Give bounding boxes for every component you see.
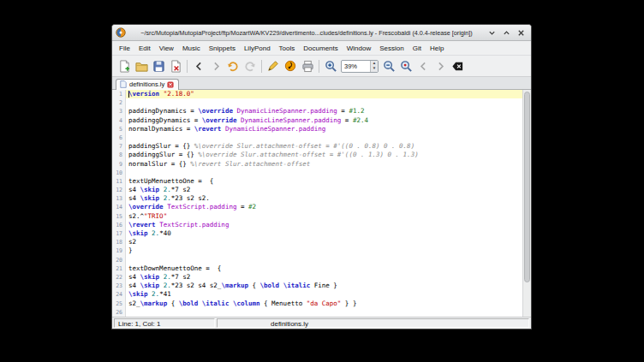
forward-button[interactable] (207, 57, 224, 74)
menu-music[interactable]: Music (178, 43, 205, 54)
code-line[interactable]: 25s2_\markup { \bold \italic \column { M… (112, 300, 522, 308)
code-line[interactable]: 22s4 \skip 2.*7 s2 (112, 273, 522, 282)
code-text: textDownMenuettoOne = { (126, 264, 522, 273)
code-line[interactable]: 26 (112, 308, 522, 317)
tab-close-icon[interactable] (167, 81, 174, 88)
code-line[interactable]: 5normalDynamics = \revert DynamicLineSpa… (112, 125, 522, 134)
close-document-icon (170, 60, 182, 73)
frescobaldi-app-icon (116, 27, 126, 38)
line-number: 10 (112, 169, 126, 177)
code-line[interactable]: 17\skip 2.*40 (112, 229, 522, 238)
code-line[interactable]: 16\revert TextScript.padding (112, 221, 522, 229)
tab-bar: definitions.ly (112, 77, 531, 90)
next-page-button[interactable] (432, 57, 449, 74)
line-number: 1 (112, 90, 126, 98)
code-line[interactable]: 3paddingDynamics = \override DynamicLine… (112, 107, 522, 116)
pencil-icon (267, 60, 279, 72)
undo-button[interactable] (224, 57, 242, 74)
line-number: 8 (112, 151, 126, 159)
menu-help[interactable]: Help (426, 43, 448, 54)
code-line[interactable]: 12s4 \skip 2.*7 s2 (112, 186, 522, 194)
code-text: s2 (126, 238, 522, 246)
code-text (126, 308, 522, 317)
menu-snippets[interactable]: Snippets (205, 43, 240, 54)
code-text: paddinggSlur = {} %\override Slur.attach… (126, 151, 522, 159)
toolbar-separator (187, 60, 188, 73)
menu-edit[interactable]: Edit (134, 43, 155, 54)
code-text (126, 98, 522, 107)
line-number: 18 (112, 238, 126, 246)
new-document-button[interactable] (116, 57, 133, 74)
maximize-button[interactable] (500, 27, 513, 39)
toolbar: 39% ▲▼ (112, 56, 531, 77)
menu-window[interactable]: Window (343, 43, 375, 54)
code-text: s4 \skip 2.*23 s2 s2. (126, 194, 522, 203)
code-line[interactable]: 8paddinggSlur = {} %\override Slur.attac… (112, 151, 522, 159)
clear-music-view-button[interactable] (449, 57, 466, 74)
title-bar[interactable]: ~/src/Mutopia/MutopiaProject/ftp/MozartW… (112, 25, 531, 41)
close-button[interactable] (515, 27, 528, 39)
redo-button[interactable] (242, 57, 259, 74)
zoom-level-spinbox[interactable]: 39% ▲▼ (341, 60, 379, 73)
code-text: paddinggDynamics = \override DynamicLine… (126, 116, 522, 125)
code-line[interactable]: 24\skip 2.*41 (112, 290, 522, 299)
code-line[interactable]: 20 (112, 256, 522, 264)
tab-definitions-ly[interactable]: definitions.ly (116, 79, 179, 90)
code-line[interactable]: 15s2.^"TRIO" (112, 212, 522, 221)
minimize-icon (488, 29, 496, 37)
engrave-lilypond-button[interactable] (282, 57, 299, 74)
zoom-spin-buttons[interactable]: ▲▼ (370, 61, 378, 72)
edit-in-place-button[interactable] (265, 57, 282, 74)
menu-file[interactable]: File (115, 43, 134, 54)
line-number: 13 (112, 194, 126, 203)
redo-icon (244, 60, 256, 72)
zoom-out-button[interactable] (380, 57, 397, 74)
previous-page-icon (418, 61, 429, 72)
code-line[interactable]: 1\version "2.18.0" (112, 90, 522, 98)
menu-git[interactable]: Git (408, 43, 426, 54)
menu-session[interactable]: Session (375, 43, 408, 54)
new-document-icon (118, 60, 131, 73)
scrollbar-thumb[interactable] (524, 92, 530, 282)
code-line[interactable]: 7paddingSlur = {} %\override Slur.attach… (112, 142, 522, 151)
close-document-button[interactable] (167, 57, 184, 74)
code-line[interactable]: 9normalSlur = {} %\revert Slur.attachmen… (112, 160, 522, 169)
code-line[interactable]: 6 (112, 134, 522, 142)
save-icon (152, 60, 165, 73)
zoom-in-button[interactable] (322, 57, 339, 74)
menu-documents[interactable]: Documents (299, 43, 342, 54)
filename-status: definitions.ly (217, 318, 529, 328)
code-line[interactable]: 11textUpMenuettoOne = { (112, 177, 522, 186)
menu-tools[interactable]: Tools (275, 43, 300, 54)
code-line[interactable]: 19} (112, 246, 522, 255)
vertical-scrollbar[interactable] (522, 90, 531, 317)
code-line[interactable]: 13s4 \skip 2.*23 s2 s2. (112, 194, 522, 203)
minimize-button[interactable] (486, 27, 498, 39)
previous-page-button[interactable] (414, 57, 432, 74)
open-document-icon (135, 60, 148, 73)
code-line[interactable]: 18s2 (112, 238, 522, 246)
print-button[interactable] (299, 57, 316, 74)
code-lines[interactable]: 1\version "2.18.0"23paddingDynamics = \o… (112, 90, 522, 317)
status-bar: Line: 1, Col: 1 definitions.ly (112, 317, 531, 329)
line-number: 12 (112, 186, 126, 194)
frescobaldi-window: ~/src/Mutopia/MutopiaProject/ftp/MozartW… (111, 24, 532, 329)
code-line[interactable]: 10 (112, 169, 522, 177)
menu-lilypond[interactable]: LilyPond (240, 43, 275, 54)
open-document-button[interactable] (133, 57, 150, 74)
back-button[interactable] (190, 57, 207, 74)
menu-view[interactable]: View (155, 43, 178, 54)
code-line[interactable]: 4paddinggDynamics = \override DynamicLin… (112, 116, 522, 125)
save-document-button[interactable] (150, 57, 167, 74)
code-line[interactable]: 2 (112, 98, 522, 107)
line-number: 16 (112, 221, 126, 229)
code-text (126, 134, 522, 142)
code-line[interactable]: 21textDownMenuettoOne = { (112, 264, 522, 273)
zoom-original-button[interactable] (397, 57, 414, 74)
code-text: textUpMenuettoOne = { (126, 177, 522, 186)
code-line[interactable]: 14\override TextScript.padding = #2 (112, 203, 522, 211)
undo-icon (227, 60, 239, 72)
line-number: 24 (112, 290, 126, 299)
code-line[interactable]: 23s4 \skip 2.*23 s2 s4 s2_\markup { \bol… (112, 282, 522, 290)
toolbar-separator (261, 60, 262, 73)
